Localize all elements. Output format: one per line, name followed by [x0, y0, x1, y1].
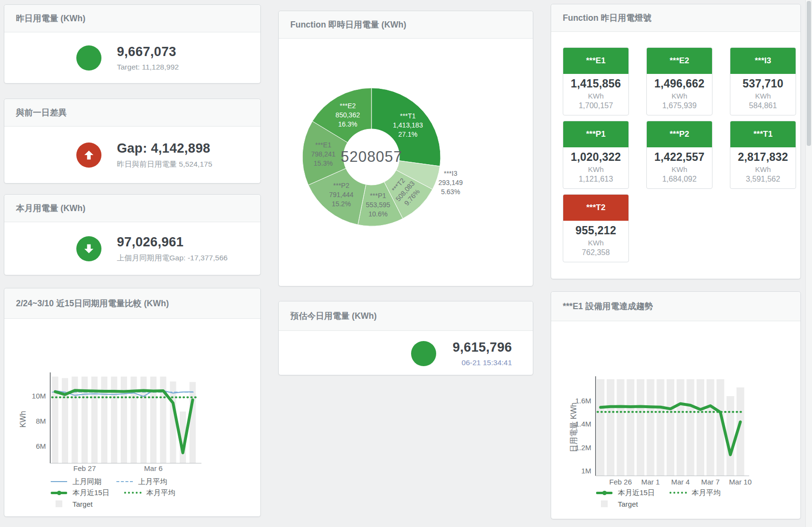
light-tile-target: 3,591,562 — [730, 175, 796, 184]
card-day-gap: 與前一日差異 Gap: 4,142,898 昨日與前日用電量 5,524,175 — [4, 99, 261, 184]
card-month-usage-body: 97,026,961 上個月同期用電Gap: -17,377,566 — [4, 222, 260, 275]
card-realtime-donut: Function 即時日用電量 (KWh) ***T11,413,18327.1… — [278, 11, 533, 286]
scrollbar-thumb[interactable] — [807, 1, 811, 146]
day-gap-subtitle: 昨日與前日用電量 5,524,175 — [117, 159, 212, 170]
month-usage-gap: 上個月同期用電Gap: -17,377,566 — [117, 253, 228, 263]
svg-text:KWh: KWh — [19, 411, 27, 428]
legend-label: 本月近15日 — [72, 488, 110, 498]
legend-swatch-dash-blue-icon — [116, 481, 133, 482]
light-tile-***P1: ***P11,020,322KWh1,121,613 — [563, 121, 629, 189]
arrow-down-circle-icon — [76, 236, 101, 261]
compare-chart-legend: 上月同期上月平均本月近15日本月平均Target — [50, 476, 190, 510]
legend-item-本月近15日[interactable]: 本月近15日 — [50, 488, 110, 498]
legend-swatch-dot-green-icon — [124, 492, 142, 494]
day-gap-value: Gap: 4,142,898 — [117, 141, 212, 156]
card-estimate-today-body: 9,615,796 06-21 15:34:41 — [279, 331, 533, 375]
light-tile-body: 1,415,856KWh1,700,157 — [563, 74, 628, 110]
legend-item-Target[interactable]: Target — [596, 500, 638, 508]
card-day-gap-title: 與前一日差異 — [4, 99, 260, 127]
vertical-scrollbar[interactable] — [805, 0, 812, 527]
svg-text:Mar 4: Mar 4 — [671, 478, 689, 486]
light-tile-body: 537,710KWh584,861 — [730, 74, 796, 110]
realtime-donut-chart[interactable]: ***T11,413,18327.1%***I3293,1495.63%***T… — [279, 39, 533, 286]
light-tile-value: 1,020,322 — [563, 151, 628, 164]
legend-label: 上月平均 — [138, 477, 167, 486]
light-tile-value: 1,422,557 — [647, 151, 712, 164]
light-tile-unit: KWh — [730, 165, 796, 173]
svg-text:Mar 10: Mar 10 — [729, 478, 752, 486]
light-tile-unit: KWh — [563, 239, 628, 247]
legend-item-Target[interactable]: Target — [50, 500, 93, 508]
svg-text:Feb 27: Feb 27 — [73, 464, 96, 472]
light-tile-unit: KWh — [563, 165, 628, 173]
light-tile-body: 1,020,322KWh1,121,613 — [563, 147, 628, 184]
card-lights-title: Function 昨日用電燈號 — [551, 4, 800, 32]
card-month-usage-title: 本月用電量 (KWh) — [4, 195, 260, 222]
light-tile-header: ***E1 — [563, 48, 628, 74]
light-tile-value: 537,710 — [730, 77, 796, 90]
light-tile-unit: KWh — [647, 165, 712, 173]
lights-grid: ***E11,415,856KWh1,700,157***E21,496,662… — [563, 47, 800, 262]
legend-label: 上月同期 — [72, 477, 101, 486]
svg-text:1M: 1M — [581, 467, 591, 475]
legend-label: 本月近15日 — [618, 488, 655, 498]
legend-swatch-dot-green-icon — [670, 492, 687, 494]
light-tile-value: 955,212 — [563, 224, 628, 237]
green-status-circle-icon — [76, 45, 101, 71]
light-tile-***E1: ***E11,415,856KWh1,700,157 — [563, 47, 629, 115]
estimate-today-timestamp: 06-21 15:34:41 — [462, 358, 512, 367]
light-tile-***T2: ***T2955,212KWh762,358 — [563, 194, 629, 262]
svg-text:日用電量 KWh: 日用電量 KWh — [570, 402, 578, 452]
legend-swatch-thick-green-icon — [50, 492, 68, 494]
legend-item-本月平均[interactable]: 本月平均 — [670, 488, 721, 498]
card-yesterday-usage-title: 昨日用電量 (KWh) — [4, 5, 260, 32]
light-tile-header: ***I3 — [730, 48, 796, 74]
svg-text:Feb 26: Feb 26 — [609, 478, 632, 486]
legend-label: 本月平均 — [146, 488, 175, 498]
light-tile-target: 1,700,157 — [563, 101, 628, 110]
light-tile-header: ***P1 — [563, 121, 628, 147]
light-tile-unit: KWh — [647, 92, 712, 100]
yesterday-usage-target: Target: 11,128,992 — [117, 63, 179, 71]
legend-swatch-thick-green-icon — [596, 492, 613, 494]
light-tile-value: 1,496,662 — [647, 77, 712, 90]
light-tile-unit: KWh — [563, 92, 628, 100]
light-tile-***E2: ***E21,496,662KWh1,675,939 — [646, 47, 712, 115]
svg-text:Mar 1: Mar 1 — [641, 478, 659, 486]
light-tile-unit: KWh — [730, 92, 796, 100]
light-tile-value: 2,817,832 — [730, 151, 796, 164]
light-tile-header: ***T2 — [563, 195, 628, 221]
legend-item-上月同期[interactable]: 上月同期 — [50, 477, 101, 486]
light-tile-target: 1,684,092 — [647, 175, 712, 184]
green-status-circle-icon — [411, 341, 436, 366]
light-tile-body: 955,212KWh762,358 — [563, 221, 628, 257]
legend-label: Target — [618, 500, 638, 508]
card-estimate-today: 預估今日用電量 (KWh) 9,615,796 06-21 15:34:41 — [278, 301, 533, 375]
legend-label: Target — [72, 500, 93, 508]
light-tile-body: 1,422,557KWh1,684,092 — [647, 147, 712, 184]
month-usage-value: 97,026,961 — [117, 235, 228, 250]
light-tile-target: 584,861 — [730, 101, 796, 110]
light-tile-***T1: ***T12,817,832KWh3,591,562 — [730, 121, 796, 189]
light-tile-target: 1,121,613 — [563, 175, 628, 184]
svg-text:6M: 6M — [36, 442, 46, 450]
svg-text:10M: 10M — [32, 392, 46, 400]
card-lights: Function 昨日用電燈號 ***E11,415,856KWh1,700,1… — [551, 4, 801, 279]
legend-label: 本月平均 — [692, 488, 721, 498]
card-month-usage: 本月用電量 (KWh) 97,026,961 上個月同期用電Gap: -17,3… — [4, 194, 261, 275]
card-yesterday-usage: 昨日用電量 (KWh) 9,667,073 Target: 11,128,992 — [4, 4, 261, 84]
legend-item-上月平均[interactable]: 上月平均 — [116, 477, 167, 486]
card-estimate-today-title: 預估今日用電量 (KWh) — [279, 301, 533, 331]
light-tile-header: ***E2 — [647, 48, 712, 74]
card-e1-trend: ***E1 設備用電達成趨勢 1M1.2M1.4M1.6MFeb 26Mar 1… — [551, 291, 801, 519]
light-tile-header: ***T1 — [730, 121, 796, 147]
svg-text:Mar 7: Mar 7 — [701, 478, 719, 486]
legend-item-本月平均[interactable]: 本月平均 — [124, 488, 175, 498]
card-day-gap-body: Gap: 4,142,898 昨日與前日用電量 5,524,175 — [4, 127, 260, 184]
arrow-up-circle-icon — [76, 142, 101, 168]
legend-item-本月近15日[interactable]: 本月近15日 — [596, 488, 655, 498]
light-tile-header: ***P2 — [647, 121, 712, 147]
estimate-today-value: 9,615,796 — [453, 340, 512, 355]
svg-text:8M: 8M — [36, 417, 46, 425]
card-e1-trend-title: ***E1 設備用電達成趨勢 — [551, 292, 800, 321]
